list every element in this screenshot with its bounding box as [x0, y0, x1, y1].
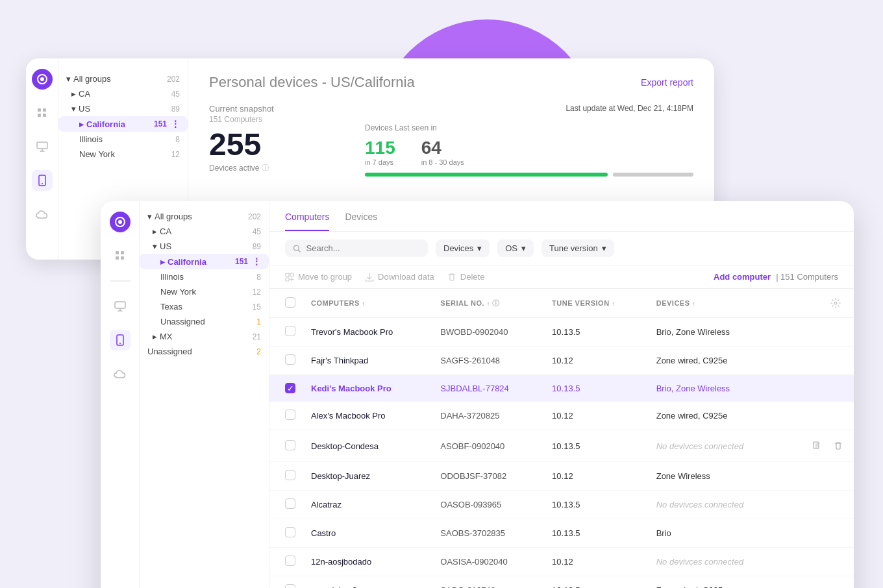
front-grid-icon[interactable]: [110, 245, 131, 266]
row-serial: SJBDALBL-77824: [432, 375, 544, 402]
th-computers[interactable]: COMPUTERS ↑: [303, 289, 432, 318]
row-checkbox[interactable]: [285, 440, 295, 450]
front-sidebar-icons: AB: [101, 201, 140, 588]
front-tree-unassigned1[interactable]: Unassigned 1: [140, 314, 269, 329]
th-tune[interactable]: TUNE VERSION ↑: [544, 289, 649, 318]
front-tree-us[interactable]: ▾US 89: [140, 239, 269, 254]
row-devices: No devivces connected: [649, 430, 785, 462]
row-checkbox[interactable]: ✓: [285, 383, 295, 393]
front-tree-texas[interactable]: Texas 15: [140, 299, 269, 314]
back-device-icon[interactable]: [32, 170, 53, 191]
front-tree-mx[interactable]: ▸MX 21: [140, 329, 269, 344]
back-tree-ca[interactable]: ▸CA 45: [58, 86, 188, 101]
add-computer-button[interactable]: Add computer: [714, 272, 771, 282]
row-tune-version: 10.12: [544, 402, 649, 430]
row-serial: DAHA-3720825: [432, 402, 544, 430]
sidebar-divider: [110, 280, 131, 282]
export-report-button[interactable]: Export report: [641, 77, 693, 88]
back-grid-icon[interactable]: [32, 103, 53, 123]
front-tree-california[interactable]: ▸California 151 ⋮: [140, 254, 269, 269]
table-container: COMPUTERS ↑ SERIAL NO. ↑ ⓘ TUNE VERSION …: [269, 289, 854, 588]
row-actions: [793, 438, 846, 454]
table-row[interactable]: CastroSAOBS-370283510.13.5Brio: [269, 519, 854, 548]
front-tree-illinois[interactable]: Illinois 8: [140, 269, 269, 284]
snapshot-left: Current snapshot 151 Computers 255 Devic…: [209, 104, 326, 173]
table-gear-icon[interactable]: [793, 295, 846, 311]
tab-computers[interactable]: Computers: [285, 212, 329, 231]
actions-left: Move to group Download data Delete: [285, 272, 484, 282]
front-logo-icon[interactable]: [110, 212, 131, 232]
svg-rect-6: [37, 142, 47, 149]
back-title: Personal devices - US/California: [209, 74, 415, 91]
row-checkbox[interactable]: [285, 527, 295, 537]
table-body: Trevor's Macbook ProBWOBD-090204010.13.5…: [269, 318, 854, 589]
search-icon: [293, 244, 301, 253]
row-serial: OASISA-0902040: [432, 548, 544, 576]
row-devices: Brio: [649, 519, 785, 548]
select-all-checkbox[interactable]: [285, 297, 295, 308]
download-icon: [365, 273, 374, 282]
snapshot-label: Current snapshot: [209, 104, 326, 114]
table-row[interactable]: Desktop-JuarezODOBJSF-3708210.12Zone Wir…: [269, 462, 854, 491]
table-row[interactable]: Alex's Macbook ProDAHA-372082510.12Zone …: [269, 402, 854, 430]
row-checkbox[interactable]: [285, 584, 295, 588]
serial-sort-icon: ↑: [487, 300, 490, 307]
front-tree-unassigned2[interactable]: Unassigned 2: [140, 344, 269, 359]
tab-devices[interactable]: Devices: [345, 212, 377, 231]
row-checkbox[interactable]: [285, 354, 295, 365]
table-row[interactable]: ✓Kedi's Macbook ProSJBDALBL-7782410.13.5…: [269, 375, 854, 402]
row-computer-name: Kedi's Macbook Pro: [303, 375, 432, 402]
back-tree-us[interactable]: ▾US 89: [58, 101, 188, 116]
row-actions-cell: [785, 430, 854, 462]
svg-rect-13: [116, 256, 119, 260]
back-cloud-icon[interactable]: [32, 204, 53, 225]
progress-bar-green: [365, 173, 608, 177]
front-tree-allgroups[interactable]: ▾All groups 202: [140, 209, 269, 224]
row-checkbox[interactable]: [285, 326, 295, 336]
row-checkbox[interactable]: [285, 498, 295, 509]
front-cloud-icon[interactable]: [110, 363, 131, 384]
row-checkbox[interactable]: [285, 470, 295, 480]
search-box[interactable]: [285, 239, 428, 257]
delete-button[interactable]: Delete: [447, 272, 485, 282]
back-tree-illinois[interactable]: Illinois 8: [58, 132, 188, 147]
snapshot-right: Last update at Wed, Dec 21, 4:18PM Devic…: [365, 104, 693, 177]
back-tree-allgroups[interactable]: ▾All groups 202: [58, 71, 188, 86]
table-row[interactable]: 12n-aosjbodadoOASISA-090204010.12No devi…: [269, 548, 854, 576]
row-delete-icon[interactable]: [830, 438, 846, 454]
back-logo-icon[interactable]: [32, 69, 53, 90]
table-row[interactable]: AlcatrazOASOB-09396510.13.5No devivces c…: [269, 491, 854, 519]
th-serial[interactable]: SERIAL NO. ↑ ⓘ: [432, 289, 544, 318]
row-checkbox[interactable]: [285, 556, 295, 566]
row-edit-icon[interactable]: [810, 438, 825, 454]
devices-filter-button[interactable]: Devices ▾: [436, 239, 490, 257]
row-checkbox-cell: [269, 402, 303, 430]
front-device-icon[interactable]: [110, 330, 131, 350]
row-computer-name: Fajr's Thinkpad: [303, 347, 432, 375]
tune-version-filter-button[interactable]: Tune version ▾: [541, 239, 614, 257]
front-tree-ca[interactable]: ▸CA 45: [140, 224, 269, 239]
back-tree-california[interactable]: ▸California 151 ⋮: [58, 116, 188, 132]
th-actions: [785, 289, 854, 318]
row-checkbox-cell: ✓: [269, 375, 303, 402]
front-tree-newyork[interactable]: New York 12: [140, 284, 269, 299]
back-tree-newyork[interactable]: New York 12: [58, 147, 188, 162]
row-tune-version: 10.12: [544, 347, 649, 375]
svg-rect-5: [43, 114, 46, 117]
tabs-bar: Computers Devices: [269, 201, 854, 232]
front-card: AB ▾All groups 202 ▸CA 45 ▾US 89 ▸Califo…: [101, 201, 854, 588]
row-checkbox[interactable]: [285, 410, 295, 420]
download-data-button[interactable]: Download data: [365, 272, 434, 282]
os-filter-button[interactable]: OS ▾: [497, 239, 534, 257]
table-row[interactable]: Desktop-CondesaASOBF-090204010.13.5No de…: [269, 430, 854, 462]
table-row[interactable]: anosdokno0wonSADO-21074810.13.5Zone wire…: [269, 576, 854, 589]
move-to-group-button[interactable]: Move to group: [285, 272, 352, 282]
table-row[interactable]: Fajr's ThinkpadSAGFS-26104810.12Zone wir…: [269, 347, 854, 375]
table-row[interactable]: Trevor's Macbook ProBWOBD-090204010.13.5…: [269, 318, 854, 347]
th-devices[interactable]: DEVICES ↑: [649, 289, 785, 318]
row-tune-version: 10.12: [544, 548, 649, 576]
row-actions-cell: [785, 318, 854, 347]
search-input[interactable]: [306, 243, 420, 253]
back-monitor-icon[interactable]: [32, 136, 53, 157]
front-monitor-icon[interactable]: [110, 296, 131, 317]
